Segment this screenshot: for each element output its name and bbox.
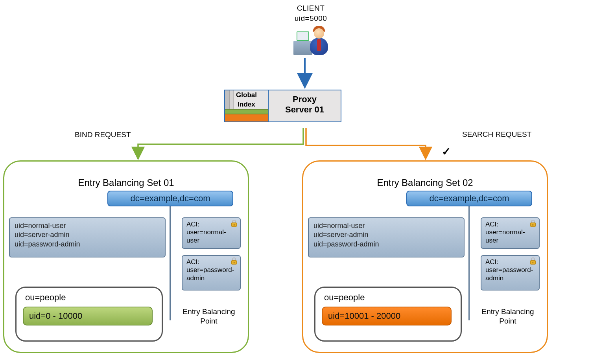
global-index-label-2: Index [225, 100, 268, 109]
ebp-line: Entry Balancing [177, 307, 240, 316]
set2-uid-range-pill: uid=10001 - 20000 [322, 307, 452, 325]
set1-uid-c: uid=password-admin [15, 240, 160, 249]
ebp-line: Point [476, 316, 539, 326]
set1-aci-password-admin: ACI: user=password- admin [182, 255, 241, 290]
set1-ou-people-box: ou=people uid=0 - 10000 [15, 287, 163, 342]
lock-icon [230, 220, 238, 227]
set2-uid-list-box: uid=normal-user uid=server-admin uid=pas… [308, 217, 465, 257]
set2-uid-a: uid=normal-user [313, 221, 459, 230]
set1-uid-a: uid=normal-user [15, 221, 160, 230]
aci-line: user [186, 237, 236, 245]
aci-line: admin [485, 274, 535, 282]
client-title: CLIENT [283, 4, 338, 13]
aci-line: ACI: [485, 221, 535, 228]
client-person-icon [291, 24, 330, 60]
aci-line: user=password- [186, 266, 236, 274]
aci-line: user=normal- [485, 228, 535, 236]
set2-ou-people-box: ou=people uid=10001 - 20000 [314, 287, 462, 342]
ebp-line: Point [177, 316, 240, 326]
entry-balancing-set-1: Entry Balancing Set 01 dc=example,dc=com… [3, 160, 249, 353]
proxy-server-group: Global Index Proxy Server 01 [224, 90, 341, 122]
entry-balancing-set-2: Entry Balancing Set 02 dc=example,dc=com… [302, 160, 548, 353]
lock-icon [230, 257, 238, 265]
client-block: CLIENT uid=5000 [283, 4, 338, 60]
proxy-server-label: Proxy Server 01 [269, 90, 341, 121]
lock-icon [529, 257, 537, 265]
set2-ou-label: ou=people [324, 292, 454, 303]
set1-title: Entry Balancing Set 01 [4, 177, 248, 188]
aci-line: ACI: [186, 258, 236, 266]
global-index-label-1: Global [225, 90, 268, 100]
set1-uid-range-pill: uid=0 - 10000 [23, 307, 153, 325]
set2-uid-c: uid=password-admin [313, 240, 459, 249]
set2-aci-password-admin: ACI: user=password- admin [481, 255, 540, 290]
lock-icon [529, 220, 537, 227]
search-request-label: SEARCH REQUEST [462, 130, 531, 139]
set1-connector-line [170, 206, 171, 320]
set1-aci-normal-user: ACI: user=normal- user [182, 217, 241, 249]
ebp-line: Entry Balancing [476, 307, 539, 316]
set2-title: Entry Balancing Set 02 [303, 177, 547, 188]
aci-line: admin [186, 274, 236, 282]
aci-line: user [485, 237, 535, 245]
set1-dc-bar: dc=example,dc=com [107, 191, 233, 206]
bind-request-label: BIND REQUEST [75, 131, 131, 139]
set2-aci-normal-user: ACI: user=normal- user [481, 217, 540, 249]
set1-ou-label: ou=people [25, 292, 155, 303]
set2-uid-b: uid=server-admin [313, 230, 459, 239]
aci-line: ACI: [485, 258, 535, 266]
set1-uid-b: uid=server-admin [15, 230, 160, 239]
proxy-label-line1: Proxy [272, 94, 337, 105]
global-index-orange-stripe [225, 114, 268, 121]
aci-line: user=password- [485, 266, 535, 274]
set1-uid-list-box: uid=normal-user uid=server-admin uid=pas… [9, 217, 166, 257]
proxy-label-line2: Server 01 [272, 105, 337, 115]
global-index-box: Global Index [225, 90, 269, 121]
set2-dc-bar: dc=example,dc=com [406, 191, 532, 206]
set1-entry-balancing-point-label: Entry Balancing Point [177, 307, 240, 326]
client-uid: uid=5000 [283, 14, 338, 23]
global-index-green-stripe [225, 109, 268, 114]
set2-entry-balancing-point-label: Entry Balancing Point [476, 307, 539, 326]
checkmark-icon: ✓ [442, 145, 451, 158]
aci-line: user=normal- [186, 228, 236, 236]
set2-connector-line [468, 206, 470, 320]
aci-line: ACI: [186, 221, 236, 228]
